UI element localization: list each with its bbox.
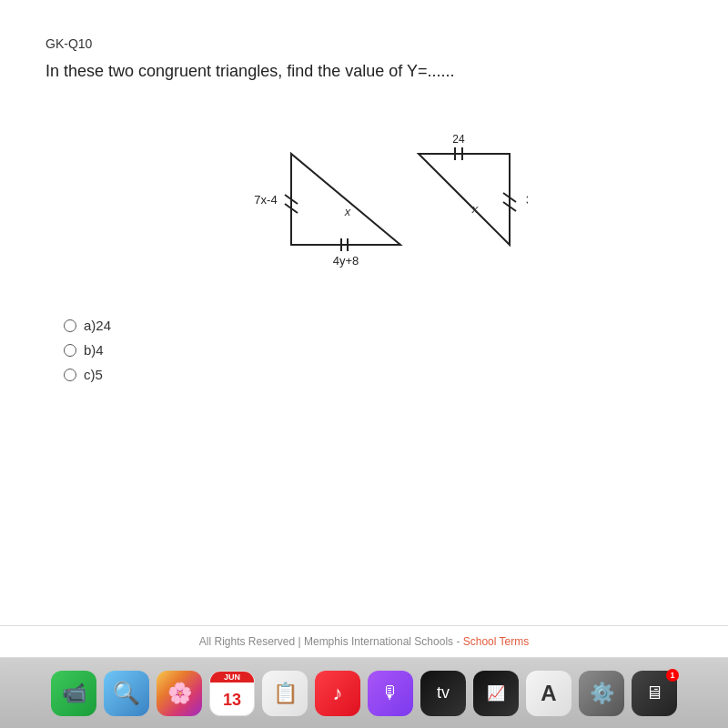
svg-marker-8 [419, 154, 510, 245]
answer-choice-a[interactable]: a)24 [64, 318, 682, 333]
dock-music[interactable]: ♪ [315, 671, 360, 716]
reminders-icon: 📋 [273, 682, 298, 705]
radio-c[interactable] [64, 369, 76, 381]
notification-badge: 1 [666, 669, 679, 682]
photos-icon: 🌸 [167, 682, 192, 705]
answer-label-a: a)24 [84, 318, 111, 333]
dock-podcasts[interactable]: 🎙 [368, 671, 413, 716]
dock-finder[interactable]: 🔍 [104, 671, 149, 716]
svg-text:x: x [344, 205, 351, 218]
podcasts-icon: 🎙 [381, 682, 399, 703]
svg-text:4y+8: 4y+8 [333, 254, 359, 268]
dock-syspreferences[interactable]: ⚙️ [579, 671, 624, 716]
calendar-month-label: JUN [210, 672, 254, 682]
svg-text:24: 24 [452, 133, 465, 146]
footer: All Rights Reserved | Memphis Internatio… [0, 625, 728, 655]
dock-appletv[interactable]: tv [420, 671, 466, 716]
music-icon: ♪ [333, 682, 343, 705]
dock-facetime[interactable]: 📹 [51, 671, 96, 716]
svg-text:31: 31 [526, 194, 528, 207]
dock-photos[interactable]: 🌸 [157, 671, 202, 716]
dock-stocks[interactable]: 📈 [473, 671, 519, 716]
dock-monitor[interactable]: 🖥 1 [632, 671, 677, 716]
radio-b[interactable] [64, 344, 76, 357]
monitor-icon: 🖥 [645, 682, 663, 703]
facetime-icon: 📹 [62, 682, 86, 705]
dock-textedit[interactable]: A [526, 671, 571, 716]
diagram-area: x 7x-4 4y+8 x 24 31 [46, 108, 682, 290]
school-terms-link[interactable]: School Terms [463, 635, 529, 648]
footer-text: All Rights Reserved | Memphis Internatio… [199, 635, 463, 648]
answer-choices: a)24 b)4 c)5 [46, 318, 682, 382]
dock-reminders[interactable]: 📋 [262, 671, 308, 716]
answer-label-b: b)4 [84, 342, 104, 358]
triangles-diagram: x 7x-4 4y+8 x 24 31 [200, 108, 528, 290]
dock-calendar[interactable]: JUN 13 [209, 671, 255, 716]
svg-text:x: x [471, 202, 479, 216]
answer-label-c: c)5 [84, 367, 103, 382]
finder-icon: 🔍 [113, 681, 140, 706]
tv-icon: tv [437, 683, 450, 703]
calendar-date-label: 13 [223, 692, 241, 708]
svg-marker-0 [291, 154, 400, 245]
dock-bar: 📹 🔍 🌸 JUN 13 📋 ♪ 🎙 tv 📈 A ⚙️ 🖥 1 [0, 657, 728, 728]
syspreferences-icon: ⚙️ [590, 682, 614, 705]
answer-choice-c[interactable]: c)5 [64, 367, 682, 382]
radio-a[interactable] [64, 319, 76, 332]
question-text: In these two congruent triangles, find t… [46, 62, 682, 81]
textedit-icon: A [541, 681, 556, 706]
svg-text:7x-4: 7x-4 [254, 193, 277, 207]
question-id: GK-Q10 [46, 36, 682, 51]
page-content: GK-Q10 In these two congruent triangles,… [0, 0, 728, 664]
answer-choice-b[interactable]: b)4 [64, 342, 682, 358]
stocks-icon: 📈 [487, 684, 505, 702]
